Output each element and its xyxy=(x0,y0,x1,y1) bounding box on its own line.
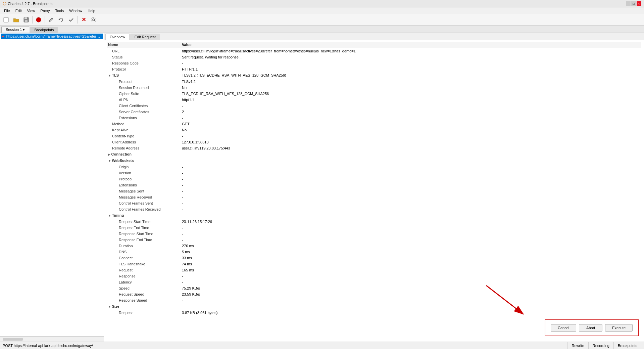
menu-file[interactable]: File xyxy=(1,8,13,13)
maximize-button[interactable]: □ xyxy=(631,1,636,6)
table-row: ProtocolHTTP/1.1 xyxy=(107,66,641,72)
row-name: ALPN xyxy=(107,97,181,103)
open-button[interactable] xyxy=(11,15,21,25)
tab-session1[interactable]: Session 1 ▾ xyxy=(1,27,29,33)
menu-window[interactable]: Window xyxy=(66,8,85,13)
row-value: - xyxy=(181,237,641,243)
table-row: Cipher SuiteTLS_ECDHE_RSA_WITH_AES_128_G… xyxy=(107,91,641,97)
row-name: ▼ Timing xyxy=(107,212,181,219)
table-row: Server Certificates2 xyxy=(107,109,641,115)
row-name: Cipher Suite xyxy=(107,91,181,97)
row-name: Latency xyxy=(107,279,181,285)
table-row: ▼ TLSTLSv1.2 (TLS_ECDHE_RSA_WITH_AES_128… xyxy=(107,72,641,79)
execute-button[interactable]: Execute xyxy=(605,324,633,332)
row-name: DNS xyxy=(107,249,181,255)
table-row: TLS Handshake74 ms xyxy=(107,261,641,267)
table-row: Response Start Time- xyxy=(107,231,641,237)
close-button[interactable]: ✕ xyxy=(637,1,641,6)
horizontal-scrollbar[interactable] xyxy=(0,336,104,342)
recording-button[interactable]: Recording xyxy=(588,342,613,349)
toolbar: ✕ xyxy=(0,14,644,26)
minimize-button[interactable]: — xyxy=(626,1,631,6)
row-name: Content-Type xyxy=(107,133,181,139)
row-value: TLSv1.2 xyxy=(181,79,641,85)
row-name: Origin xyxy=(107,164,181,170)
row-name: Extensions xyxy=(107,182,181,188)
row-value: 23-11-26 15:17:26 xyxy=(181,219,641,225)
menu-help[interactable]: Help xyxy=(85,8,98,13)
settings-button[interactable] xyxy=(89,15,98,25)
separator1 xyxy=(32,16,33,24)
table-row: ALPNhttp/1.1 xyxy=(107,97,641,103)
row-name: Kept Alive xyxy=(107,127,181,133)
breakpoints-button[interactable]: Breakpoints xyxy=(613,342,641,349)
table-row: StatusSent request. Waiting for response… xyxy=(107,54,641,60)
row-value: 3.87 KB (3,961 bytes) xyxy=(181,310,641,315)
row-name: Request xyxy=(107,310,181,315)
pen-button[interactable] xyxy=(46,15,56,25)
new-session-button[interactable] xyxy=(1,15,11,25)
row-value xyxy=(181,151,641,158)
row-value: TLSv1.2 (TLS_ECDHE_RSA_WITH_AES_128_GCM_… xyxy=(181,72,641,79)
table-row: Kept AliveNo xyxy=(107,127,641,133)
row-value: No xyxy=(181,127,641,133)
throttle-button[interactable]: ✕ xyxy=(79,15,88,25)
table-row: Control Frames Sent- xyxy=(107,200,641,206)
table-row: Control Frames Received- xyxy=(107,206,641,212)
row-value: 2 xyxy=(181,109,641,115)
tab-edit-request[interactable]: Edit Request xyxy=(130,34,160,40)
row-value: - xyxy=(181,231,641,237)
svg-rect-2 xyxy=(24,17,27,19)
app-icon: ⬡ xyxy=(3,1,6,6)
row-value: user.cli.im/119.23.83.175:443 xyxy=(181,145,641,151)
table-row: ▼ Size xyxy=(107,303,641,310)
title-bar: ⬡ Charles 4.2.7 - Breakpoints — □ ✕ xyxy=(0,0,644,7)
table-row: URLhttps://user.cli.im/login?iframe=true… xyxy=(107,48,641,54)
title-bar-title: ⬡ Charles 4.2.7 - Breakpoints xyxy=(3,1,52,6)
table-row: ▼ WebSockets- xyxy=(107,158,641,164)
bottom-area: Cancel Abort Execute xyxy=(104,315,644,342)
row-value: - xyxy=(181,170,641,176)
svg-point-7 xyxy=(91,17,96,22)
table-row: Request3.87 KB (3,961 bytes) xyxy=(107,310,641,315)
cancel-button[interactable]: Cancel xyxy=(551,324,576,332)
check-button[interactable] xyxy=(66,15,76,25)
table-row: Request End Time- xyxy=(107,225,641,231)
row-value: - xyxy=(181,206,641,212)
menu-tools[interactable]: Tools xyxy=(52,8,66,13)
menu-proxy[interactable]: Proxy xyxy=(38,8,52,13)
right-panel: Overview Edit Request Name Value URLhttp… xyxy=(104,33,644,342)
table-row: Response End Time- xyxy=(107,237,641,243)
rewrite-button[interactable]: Rewrite xyxy=(567,342,588,349)
save-button[interactable] xyxy=(21,15,31,25)
row-name: Client Certificates xyxy=(107,103,181,109)
table-row: Messages Received- xyxy=(107,194,641,200)
table-row: Extensions- xyxy=(107,182,641,188)
tab-overview[interactable]: Overview xyxy=(105,34,130,40)
record-button[interactable] xyxy=(34,15,43,25)
tree-item-selected[interactable]: ● https://user.cli.im/login?iframe=true&… xyxy=(1,34,103,39)
row-value: http/1.1 xyxy=(181,97,641,103)
row-value: 74 ms xyxy=(181,261,641,267)
table-row: Remote Addressuser.cli.im/119.23.83.175:… xyxy=(107,145,641,151)
row-name: Control Frames Received xyxy=(107,206,181,212)
menu-edit[interactable]: Edit xyxy=(13,8,24,13)
row-value: - xyxy=(181,60,641,66)
table-row: Response Code- xyxy=(107,60,641,66)
svg-point-4 xyxy=(36,17,41,22)
row-value: Sent request. Waiting for response... xyxy=(181,54,641,60)
row-value xyxy=(181,303,641,310)
row-name: Request xyxy=(107,267,181,273)
row-value: TLS_ECDHE_RSA_WITH_AES_128_GCM_SHA256 xyxy=(181,91,641,97)
tab-breakpoints[interactable]: Breakpoints xyxy=(30,27,58,33)
table-row: Latency- xyxy=(107,279,641,285)
abort-button[interactable]: Abort xyxy=(579,324,602,332)
scrollbar-thumb[interactable] xyxy=(3,338,23,341)
row-name: Server Certificates xyxy=(107,109,181,115)
refresh-button[interactable] xyxy=(56,15,66,25)
row-value: - xyxy=(181,176,641,182)
menu-view[interactable]: View xyxy=(24,8,38,13)
row-name: Request Speed xyxy=(107,291,181,297)
row-value: https://user.cli.im/login?iframe=true&is… xyxy=(181,48,641,54)
row-name: Protocol xyxy=(107,176,181,182)
